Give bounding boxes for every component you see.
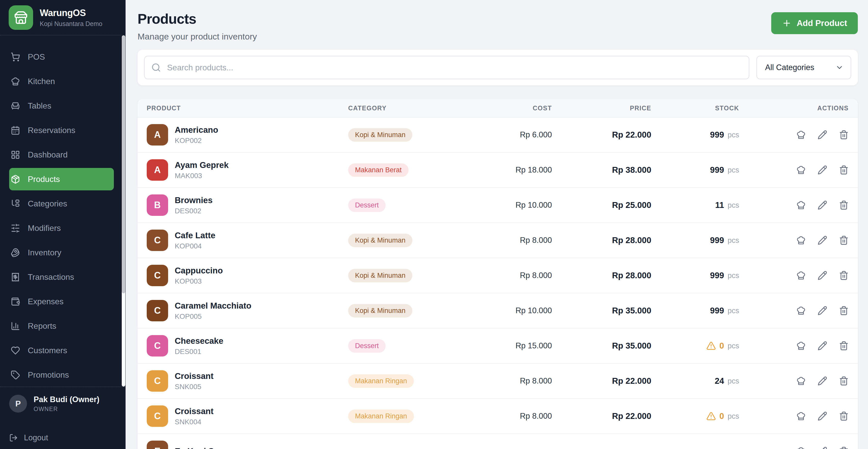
delete-button[interactable] [839, 236, 849, 245]
sidebar-item-tables[interactable]: Tables [9, 94, 114, 117]
edit-button[interactable] [817, 130, 827, 140]
product-cell: BBrowniesDES002 [147, 194, 348, 216]
actions-cell [739, 271, 849, 280]
pencil-icon [817, 130, 827, 140]
recipe-button[interactable] [796, 271, 806, 280]
actions-cell [739, 165, 849, 175]
delete-button[interactable] [839, 165, 849, 175]
edit-button[interactable] [817, 271, 827, 280]
delete-button[interactable] [839, 306, 849, 316]
category-filter-select[interactable]: All Categories [756, 56, 851, 79]
recipe-button[interactable] [796, 446, 806, 449]
recipe-button[interactable] [796, 306, 806, 316]
stock-value: 999 [710, 165, 724, 175]
page-header: Products Manage your product inventory A… [137, 11, 858, 41]
warungos-app: WarungOS Kopi Nusantara Demo POSKitchenT… [0, 0, 868, 449]
sidebar-item-label: Modifiers [28, 223, 61, 233]
category-cell: Dessert [348, 199, 491, 212]
stock-value: 0 [719, 411, 724, 421]
product-sku: KOP002 [175, 137, 218, 145]
edit-button[interactable] [817, 165, 827, 175]
edit-button[interactable] [817, 236, 827, 245]
delete-button[interactable] [839, 411, 849, 421]
products-table: PRODUCT CATEGORY COST PRICE STOCK ACTION… [137, 99, 858, 449]
product-cell: CCroissantSNK005 [147, 370, 348, 392]
recipe-button[interactable] [796, 200, 806, 210]
recipe-button[interactable] [796, 341, 806, 351]
delete-button[interactable] [839, 446, 849, 449]
sidebar-scrollbar-thumb[interactable] [122, 36, 125, 293]
cost-value: Rp 15.000 [491, 341, 552, 350]
stock-unit: pcs [728, 131, 739, 139]
edit-button[interactable] [817, 200, 827, 210]
sidebar-item-reservations[interactable]: Reservations [9, 119, 114, 142]
category-cell: Kopi & Minuman [348, 304, 491, 318]
sidebar-item-inventory[interactable]: Inventory [9, 241, 114, 264]
logout-button[interactable]: Logout [9, 433, 116, 442]
edit-button[interactable] [817, 446, 827, 449]
sidebar-item-promotions[interactable]: Promotions [9, 364, 114, 386]
sidebar-scrollbar[interactable] [122, 35, 125, 387]
edit-button[interactable] [817, 341, 827, 351]
recipe-button[interactable] [796, 130, 806, 140]
delete-button[interactable] [839, 376, 849, 386]
chef-hat-icon [796, 376, 806, 386]
delete-button[interactable] [839, 271, 849, 280]
sidebar-item-categories[interactable]: Categories [9, 192, 114, 215]
sidebar-item-label: Promotions [28, 370, 69, 380]
cost-value: Rp 10.000 [491, 201, 552, 210]
price-value: Rp 28.000 [552, 236, 651, 245]
add-product-button[interactable]: Add Product [771, 12, 858, 34]
chef-hat-icon [796, 236, 806, 245]
category-cell: Kopi & Minuman [348, 128, 491, 142]
trash-icon [839, 446, 849, 449]
product-sku: SNK004 [175, 418, 213, 426]
recipe-button[interactable] [796, 236, 806, 245]
product-sku: KOP004 [175, 242, 215, 250]
chef-hat-icon [796, 411, 806, 421]
sidebar-item-products[interactable]: Products [9, 168, 114, 190]
chevron-down-icon [835, 63, 843, 71]
category-badge: Dessert [348, 339, 385, 353]
product-avatar: A [147, 124, 168, 146]
sidebar-item-kitchen[interactable]: Kitchen [9, 70, 114, 92]
sidebar-item-transactions[interactable]: Transactions [9, 266, 114, 288]
edit-button[interactable] [817, 376, 827, 386]
price-value: Rp 25.000 [552, 200, 651, 210]
add-product-label: Add Product [797, 18, 847, 28]
sidebar-item-modifiers[interactable]: Modifiers [9, 217, 114, 239]
edit-button[interactable] [817, 411, 827, 421]
col-actions: ACTIONS [739, 104, 849, 112]
sidebar-item-expenses[interactable]: Expenses [9, 290, 114, 313]
delete-button[interactable] [839, 341, 849, 351]
package-icon [11, 175, 20, 184]
cost-value: Rp 8.000 [491, 377, 552, 386]
trash-icon [839, 411, 849, 421]
stock-cell: 999pcs [651, 271, 739, 280]
stock-cell: 0pcs [651, 341, 739, 351]
cost-value: Rp 8.000 [491, 236, 552, 245]
sidebar: WarungOS Kopi Nusantara Demo POSKitchenT… [0, 0, 126, 449]
delete-button[interactable] [839, 200, 849, 210]
category-filter-value: All Categories [765, 63, 814, 72]
stock-value: 999 [710, 130, 724, 140]
recipe-button[interactable] [796, 411, 806, 421]
page-title: Products [137, 11, 257, 27]
sidebar-item-pos[interactable]: POS [9, 46, 114, 68]
sidebar-item-customers[interactable]: Customers [9, 339, 114, 362]
search-input[interactable] [144, 56, 749, 79]
sidebar-item-reports[interactable]: Reports [9, 315, 114, 337]
heart-icon [11, 346, 20, 355]
product-cell: EEs Kopi Susu [147, 441, 348, 449]
recipe-button[interactable] [796, 165, 806, 175]
edit-button[interactable] [817, 306, 827, 316]
delete-button[interactable] [839, 130, 849, 140]
recipe-button[interactable] [796, 376, 806, 386]
user-profile[interactable]: P Pak Budi (Owner) OWNER [9, 395, 116, 413]
sliders-icon [11, 223, 20, 233]
brand: WarungOS Kopi Nusantara Demo [0, 0, 126, 35]
sidebar-item-dashboard[interactable]: Dashboard [9, 144, 114, 166]
category-badge: Kopi & Minuman [348, 128, 412, 142]
table-row: CCroissantSNK004Makanan RinganRp 8.000Rp… [137, 399, 858, 434]
product-name: Cheesecake [175, 336, 223, 346]
